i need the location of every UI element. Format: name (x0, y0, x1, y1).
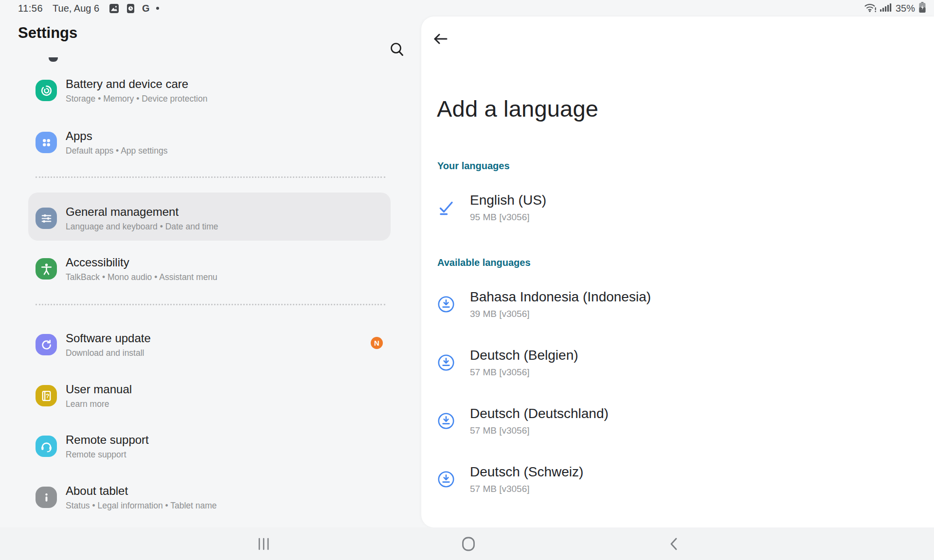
download-icon (437, 296, 455, 313)
settings-item-general-management[interactable]: General management Language and keyboard… (36, 203, 391, 234)
language-row-english-us[interactable]: English (US) 95 MB [v3056] (437, 191, 895, 225)
sliders-icon (36, 208, 57, 229)
download-icon (437, 354, 455, 371)
status-bar-right: 35% (864, 1, 926, 16)
language-row-deutsch-schweiz[interactable]: Deutsch (Schweiz) 57 MB [v3056] (437, 462, 895, 496)
language-pane: Add a language Your languages English (U… (421, 17, 934, 527)
battery-charging-icon (918, 1, 926, 16)
back-nav-button[interactable] (652, 527, 696, 560)
section-header: Your languages (437, 160, 510, 172)
new-badge: N (371, 337, 383, 349)
home-button[interactable] (447, 527, 490, 560)
navigation-bar (0, 527, 934, 560)
settings-item-apps[interactable]: Apps Default apps • App settings (36, 127, 391, 158)
screen: 11:56 Tue, Aug 6 G 35% (0, 0, 934, 560)
download-icon (437, 471, 455, 488)
software-update-icon (36, 334, 57, 355)
language-row-deutsch-belgien[interactable]: Deutsch (Belgien) 57 MB [v3056] (437, 346, 895, 380)
list-divider (36, 176, 385, 178)
page-title: Settings (18, 24, 77, 42)
section-header: Available languages (437, 257, 531, 268)
scrolled-icon-fragment (49, 57, 58, 62)
selected-check-icon (437, 199, 455, 216)
download-icon (437, 412, 455, 430)
signal-bars-icon (880, 2, 892, 15)
language-row-deutsch-oesterreich[interactable]: Deutsch (Österreich) (437, 521, 895, 527)
settings-item-software-update[interactable]: Software update Download and install N (36, 329, 391, 360)
settings-item-battery-care[interactable]: Battery and device care Storage • Memory… (36, 75, 391, 106)
settings-pane: Settings Battery and device care Storage… (0, 0, 421, 560)
apps-icon (36, 132, 57, 153)
user-manual-icon: ? (36, 385, 57, 406)
info-icon (36, 487, 57, 508)
search-button[interactable] (387, 40, 408, 61)
list-divider (36, 304, 385, 305)
language-row-deutsch-deutschland[interactable]: Deutsch (Deutschland) 57 MB [v3056] (437, 404, 895, 438)
battery-percent: 35% (896, 3, 915, 14)
remote-support-icon (36, 436, 57, 457)
svg-text:?: ? (46, 393, 50, 400)
settings-item-accessibility[interactable]: Accessibility TalkBack • Mono audio • As… (36, 253, 391, 284)
language-row-bahasa-indonesia[interactable]: Bahasa Indonesia (Indonesia) 39 MB [v305… (437, 287, 895, 321)
add-language-title: Add a language (437, 95, 598, 122)
settings-item-user-manual[interactable]: ? User manual Learn more (36, 380, 391, 411)
settings-item-remote-support[interactable]: Remote support Remote support (36, 431, 391, 462)
accessibility-icon (36, 258, 57, 280)
settings-item-about-tablet[interactable]: About tablet Status • Legal information … (36, 482, 391, 513)
recents-button[interactable] (242, 527, 286, 560)
wifi-icon (864, 2, 877, 15)
battery-care-icon (36, 80, 57, 101)
back-button[interactable] (430, 29, 451, 50)
